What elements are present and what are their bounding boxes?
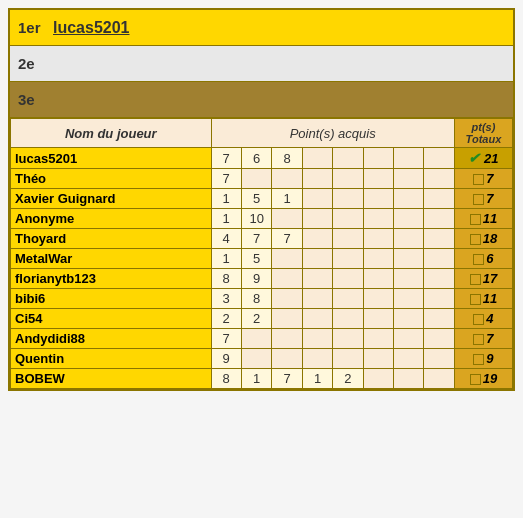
score-cell [394, 209, 424, 229]
score-cell: 3 [211, 289, 241, 309]
table-row: Thoyard47718 [11, 229, 513, 249]
score-cell [272, 289, 302, 309]
player-name: lucas5201 [11, 148, 212, 169]
score-cell: 1 [211, 209, 241, 229]
score-cell: 7 [272, 229, 302, 249]
rank-square-icon [470, 374, 481, 385]
score-cell [363, 229, 393, 249]
rank-row-1: 1er lucas5201 [10, 10, 513, 46]
score-cell [241, 329, 271, 349]
score-cell [302, 189, 332, 209]
table-row: BOBEW8171219 [11, 369, 513, 389]
total-cell: 17 [454, 269, 512, 289]
score-cell [363, 249, 393, 269]
score-cell [363, 209, 393, 229]
score-cell: 1 [211, 249, 241, 269]
rank-square-icon [473, 174, 484, 185]
score-cell [394, 249, 424, 269]
table-row: Ci54224 [11, 309, 513, 329]
total-cell: 7 [454, 169, 512, 189]
score-cell [394, 309, 424, 329]
table-row: Andydidi8877 [11, 329, 513, 349]
col-header-name: Nom du joueur [11, 119, 212, 148]
score-cell [424, 309, 454, 329]
score-cell [394, 349, 424, 369]
score-cell: 6 [241, 148, 271, 169]
score-cell [424, 169, 454, 189]
total-cell: 19 [454, 369, 512, 389]
total-cell: 11 [454, 289, 512, 309]
score-cell [424, 229, 454, 249]
score-cell [333, 229, 363, 249]
score-cell: 7 [272, 369, 302, 389]
player-name: Ci54 [11, 309, 212, 329]
score-cell [363, 289, 393, 309]
score-cell [302, 148, 332, 169]
table-row: Anonyme11011 [11, 209, 513, 229]
score-cell: 2 [241, 309, 271, 329]
score-cell: 8 [211, 369, 241, 389]
score-cell [333, 249, 363, 269]
score-cell [333, 189, 363, 209]
table-row: florianytb1238917 [11, 269, 513, 289]
score-table: Nom du joueur Point(s) acquis pt(s) Tota… [10, 118, 513, 389]
rank-square-icon [470, 214, 481, 225]
table-row: bibi63811 [11, 289, 513, 309]
winner-check-icon: ✔ [468, 150, 480, 166]
total-cell: 7 [454, 329, 512, 349]
table-row: MetalWar156 [11, 249, 513, 269]
rank-square-icon [473, 194, 484, 205]
score-cell [302, 229, 332, 249]
score-cell: 8 [241, 289, 271, 309]
score-cell: 7 [241, 229, 271, 249]
score-cell [394, 369, 424, 389]
score-cell [424, 289, 454, 309]
player-name: florianytb123 [11, 269, 212, 289]
rank-square-icon [473, 314, 484, 325]
player-name: Anonyme [11, 209, 212, 229]
score-cell [302, 249, 332, 269]
rank-square-icon [470, 234, 481, 245]
score-cell [333, 148, 363, 169]
score-cell [424, 349, 454, 369]
score-cell: 1 [241, 369, 271, 389]
total-cell: 6 [454, 249, 512, 269]
score-cell [272, 209, 302, 229]
score-cell: 2 [211, 309, 241, 329]
score-cell [241, 169, 271, 189]
score-cell [333, 269, 363, 289]
score-cell [363, 169, 393, 189]
score-cell [394, 189, 424, 209]
score-cell [424, 148, 454, 169]
rank-row-3: 3e [10, 82, 513, 118]
rank-square-icon [470, 294, 481, 305]
score-cell [302, 269, 332, 289]
score-cell [363, 189, 393, 209]
scoreboard: 1er lucas5201 2e 3e Nom du joueur Point(… [8, 8, 515, 391]
score-cell [302, 289, 332, 309]
score-cell [394, 329, 424, 349]
score-cell: 7 [211, 169, 241, 189]
score-cell [302, 309, 332, 329]
score-cell [363, 309, 393, 329]
score-cell [333, 169, 363, 189]
score-cell: 7 [211, 148, 241, 169]
score-cell [272, 309, 302, 329]
total-cell: 11 [454, 209, 512, 229]
score-cell [302, 209, 332, 229]
player-name: Quentin [11, 349, 212, 369]
player-name: Andydidi88 [11, 329, 212, 349]
rank-square-icon [473, 334, 484, 345]
rank-row-2: 2e [10, 46, 513, 82]
score-cell [424, 189, 454, 209]
score-cell: 2 [333, 369, 363, 389]
score-cell [424, 209, 454, 229]
score-cell: 1 [272, 189, 302, 209]
score-cell [424, 369, 454, 389]
col-header-points: Point(s) acquis [211, 119, 454, 148]
score-cell [333, 309, 363, 329]
score-cell [394, 229, 424, 249]
table-row: lucas5201768✔ 21 [11, 148, 513, 169]
score-cell [363, 269, 393, 289]
total-cell: 4 [454, 309, 512, 329]
